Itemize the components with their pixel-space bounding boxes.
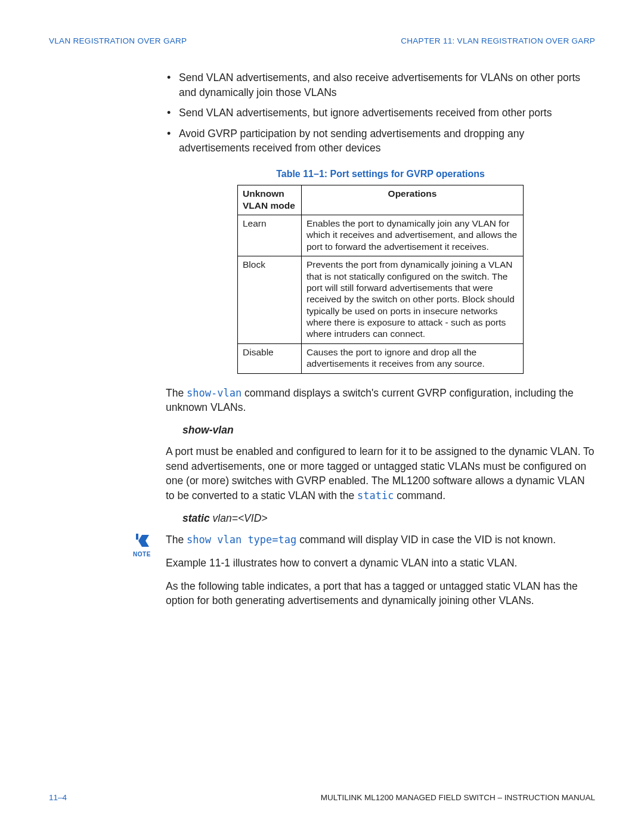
paragraph: Example 11-1 illustrates how to convert …	[166, 556, 595, 571]
text: The	[166, 387, 187, 399]
command-arg: vlan=<VID>	[210, 512, 268, 524]
cell-op: Causes the port to ignore and drop all t…	[302, 343, 524, 373]
paragraph: A port must be enabled and configured to…	[166, 444, 595, 503]
paragraph: As the following table indicates, a port…	[166, 579, 595, 608]
page-footer: 11–4 MULTILINK ML1200 MANAGED FIELD SWIT…	[49, 792, 595, 803]
inline-command: static	[357, 490, 394, 501]
text: The	[166, 534, 187, 546]
header-left: VLAN REGISTRATION OVER GARP	[49, 36, 187, 47]
paragraph: The show vlan type=tag command will disp…	[166, 532, 595, 547]
gvrp-table: Unknown VLAN mode Operations Learn Enabl…	[237, 185, 524, 373]
page-number: 11–4	[49, 792, 67, 803]
doc-title: MULTILINK ML1200 MANAGED FIELD SWITCH – …	[321, 792, 595, 803]
text: command will display VID in case the VID…	[296, 534, 556, 546]
paragraph: The show-vlan command displays a switch'…	[166, 386, 595, 415]
table-header-mode: Unknown VLAN mode	[238, 185, 302, 215]
table-row: Disable Causes the port to ignore and dr…	[238, 343, 524, 373]
bullet-list: Send VLAN advertisements, and also recei…	[166, 70, 595, 156]
command-text: static	[182, 512, 210, 524]
command-block: static vlan=<VID>	[182, 512, 595, 526]
cell-op: Prevents the port from dynamically joini…	[302, 256, 524, 344]
table-row: Block Prevents the port from dynamically…	[238, 256, 524, 344]
cell-mode: Learn	[238, 215, 302, 256]
inline-command: show-vlan	[187, 387, 242, 399]
bullet-item: Send VLAN advertisements, and also recei…	[166, 70, 595, 100]
command-block: show-vlan	[182, 423, 595, 438]
cell-mode: Block	[238, 256, 302, 344]
svg-rect-1	[136, 534, 138, 540]
svg-marker-0	[138, 535, 149, 547]
table-caption: Table 11–1: Port settings for GVRP opera…	[166, 168, 595, 181]
table-row: Learn Enables the port to dynamically jo…	[238, 215, 524, 256]
note-label: NOTE	[130, 550, 154, 559]
cell-mode: Disable	[238, 343, 302, 373]
table-header-op: Operations	[302, 185, 524, 215]
command-text: show-vlan	[182, 424, 234, 436]
page-header: VLAN REGISTRATION OVER GARP CHAPTER 11: …	[49, 36, 595, 47]
text: command.	[394, 490, 445, 501]
note-icon: NOTE	[130, 532, 154, 559]
inline-command: show vlan type=tag	[187, 534, 296, 546]
bullet-item: Send VLAN advertisements, but ignore adv…	[166, 106, 595, 120]
bullet-item: Avoid GVRP participation by not sending …	[166, 126, 595, 156]
header-right: CHAPTER 11: VLAN REGISTRATION OVER GARP	[401, 36, 595, 47]
cell-op: Enables the port to dynamically join any…	[302, 215, 524, 256]
